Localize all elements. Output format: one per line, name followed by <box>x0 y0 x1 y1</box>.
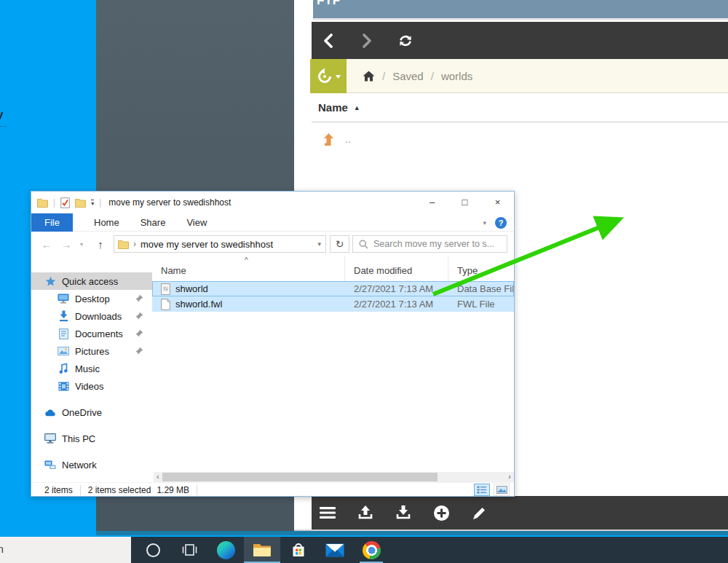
column-header-name[interactable]: Name <box>152 256 345 281</box>
menu-tab-view[interactable]: View <box>186 217 207 228</box>
ftp-parent-directory-row[interactable]: .. <box>312 122 728 156</box>
column-header-type[interactable]: Type <box>448 256 514 281</box>
quick-access-toolbar: | ▾ | <box>37 197 101 208</box>
sidebar-item-this-pc[interactable]: This PC <box>31 430 152 447</box>
sidebar-item-network[interactable]: Network <box>31 456 152 473</box>
nav-forward-button[interactable]: → <box>58 232 74 256</box>
breadcrumb-item-saved[interactable]: Saved <box>392 70 424 82</box>
taskbar-task-view-button[interactable] <box>171 537 207 563</box>
sidebar-item-quick-access[interactable]: Quick access <box>31 272 152 290</box>
ftp-back-button[interactable] <box>320 32 336 50</box>
sidebar-item-onedrive[interactable]: OneDrive <box>31 403 152 421</box>
caret-down-icon <box>336 74 341 79</box>
sidebar-item-videos[interactable]: Videos <box>31 377 152 395</box>
ftp-page-title: FTP <box>317 0 341 8</box>
sidebar-item-pictures[interactable]: Pictures <box>31 342 152 360</box>
home-icon[interactable] <box>363 71 375 82</box>
ftp-history-button[interactable] <box>310 59 347 93</box>
task-view-icon <box>181 543 198 557</box>
file-row-shworld-fwl[interactable]: shworld.fwl 2/27/2021 7:13 AM FWL File <box>152 296 514 312</box>
taskbar-edge-button[interactable] <box>207 537 244 563</box>
ftp-add-button[interactable] <box>432 503 450 522</box>
view-toggle-buttons <box>474 484 510 496</box>
file-row-shworld[interactable]: shworld 2/27/2021 7:13 AM Data Base File <box>152 281 514 296</box>
properties-check-icon[interactable] <box>60 197 70 208</box>
selection-size: 1.29 MB <box>157 485 189 495</box>
chrome-icon <box>363 541 381 559</box>
window-controls: – □ × <box>416 192 514 213</box>
taskbar-chrome-button[interactable] <box>353 537 389 563</box>
ftp-refresh-button[interactable] <box>397 32 414 50</box>
computer-icon <box>44 433 56 444</box>
details-view-button[interactable] <box>474 484 490 496</box>
taskbar-cortana-button[interactable] <box>135 537 171 563</box>
nav-up-button[interactable]: ↑ <box>92 232 108 256</box>
search-box[interactable] <box>352 235 507 253</box>
scroll-right-arrow[interactable]: › <box>505 472 514 482</box>
breadcrumb: / Saved / worlds <box>347 59 728 93</box>
taskbar <box>131 537 728 563</box>
thumbnail-view-button[interactable] <box>494 484 510 496</box>
search-input[interactable] <box>373 239 494 249</box>
address-toolbar: ← → ▾ ↑ › move my server to swedishhost … <box>31 232 514 256</box>
address-refresh-button[interactable]: ↻ <box>330 235 349 253</box>
address-dropdown-caret-icon[interactable]: ▾ <box>317 240 321 248</box>
sidebar-item-music[interactable]: Music <box>31 360 152 377</box>
ftp-page-header: FTP <box>313 0 728 18</box>
horizontal-scrollbar[interactable]: ‹ › <box>154 472 514 482</box>
taskbar-store-button[interactable] <box>280 537 317 563</box>
new-folder-icon[interactable] <box>75 198 86 208</box>
help-button[interactable]: ? <box>495 217 507 229</box>
ftp-breadcrumb-row: / Saved / worlds <box>310 59 728 93</box>
file-date: 2/27/2021 7:13 AM <box>345 299 448 310</box>
scroll-left-arrow[interactable]: ‹ <box>154 472 162 482</box>
address-bar[interactable]: › move my server to swedishhost ▾ <box>114 235 326 253</box>
menu-tab-share[interactable]: Share <box>141 217 166 228</box>
breadcrumb-item-worlds[interactable]: worlds <box>441 70 472 82</box>
microsoft-store-icon <box>290 541 307 559</box>
ribbon-right-controls: ▾ ? <box>483 213 507 232</box>
pencil-icon <box>472 505 487 521</box>
level-up-icon <box>323 133 335 146</box>
menu-tab-home[interactable]: Home <box>94 217 119 228</box>
pin-icon <box>135 312 143 320</box>
nav-history-caret-icon[interactable]: ▾ <box>76 232 87 256</box>
details-view-icon <box>477 486 487 494</box>
sidebar-item-label: OneDrive <box>62 407 102 418</box>
taskbar-mail-button[interactable] <box>317 537 353 563</box>
customize-toolbar-caret-icon[interactable]: ▾ <box>91 200 94 206</box>
upload-icon <box>357 505 373 521</box>
minimize-button[interactable]: – <box>416 192 448 213</box>
network-icon <box>44 459 56 471</box>
ftp-forward-button[interactable] <box>359 32 375 50</box>
scrollbar-thumb[interactable] <box>162 473 438 481</box>
foreground-window-corner: n <box>0 537 131 563</box>
explorer-titlebar[interactable]: | ▾ | move my server to swedishhost – □ … <box>31 192 514 213</box>
corner-text-fragment: n <box>0 543 4 555</box>
ftp-name-column-header[interactable]: Name ▲ <box>312 93 728 122</box>
sidebar-item-desktop[interactable]: Desktop <box>31 290 152 307</box>
ftp-edit-button[interactable] <box>470 503 488 522</box>
sidebar-item-downloads[interactable]: Downloads <box>31 307 152 325</box>
chevron-left-icon <box>323 34 333 48</box>
cortana-icon <box>146 543 160 557</box>
file-icon <box>161 299 170 310</box>
sort-ascending-icon: ^ <box>245 256 248 264</box>
ftp-download-button[interactable] <box>395 503 412 522</box>
close-button[interactable]: × <box>481 192 514 213</box>
sidebar-item-label: Pictures <box>75 346 109 357</box>
nav-back-button[interactable]: ← <box>39 232 55 256</box>
sidebar-item-documents[interactable]: Documents <box>31 325 152 342</box>
taskbar-file-explorer-button[interactable] <box>244 537 280 563</box>
toolbar-separator: | <box>53 197 55 208</box>
menu-tab-file[interactable]: File <box>31 213 73 232</box>
file-list-pane: ^ Name Date modified Type shworld 2/27/2… <box>152 256 514 472</box>
history-icon <box>316 68 333 85</box>
ftp-menu-button[interactable] <box>319 503 336 522</box>
column-header-date-modified[interactable]: Date modified <box>345 256 448 281</box>
ftp-upload-button[interactable] <box>357 503 374 522</box>
ribbon-collapse-caret-icon[interactable]: ▾ <box>483 219 486 227</box>
maximize-button[interactable]: □ <box>448 192 481 213</box>
file-date: 2/27/2021 7:13 AM <box>345 283 448 294</box>
sidebar-item-label: Desktop <box>75 294 110 304</box>
